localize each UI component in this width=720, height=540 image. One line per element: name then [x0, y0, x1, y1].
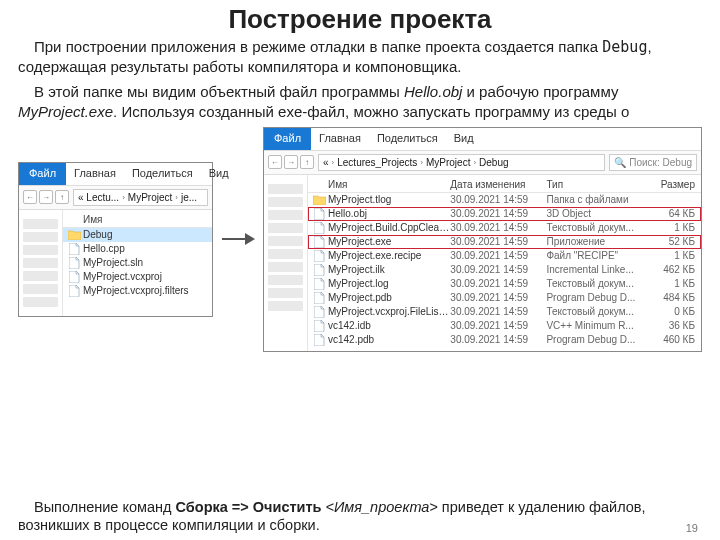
file-icon — [312, 264, 326, 276]
file-icon — [67, 257, 81, 269]
list-item[interactable]: MyProject.exe.recipe30.09.2021 14:59Файл… — [308, 249, 701, 263]
col-date-header[interactable]: Дата изменения — [450, 179, 546, 190]
file-icon — [312, 236, 326, 248]
slide-title: Построение проекта — [18, 4, 702, 35]
col-name-header[interactable]: Имя — [328, 179, 450, 190]
svg-marker-1 — [245, 233, 255, 245]
nav-back-button[interactable]: ← — [23, 190, 37, 204]
file-icon — [67, 243, 81, 255]
list-item[interactable]: vc142.pdb30.09.2021 14:59Program Debug D… — [308, 333, 701, 347]
ribbon-tab-view[interactable]: Вид — [446, 128, 482, 150]
breadcrumb-segment[interactable]: MyProject — [128, 192, 172, 203]
folder-icon — [67, 229, 81, 241]
list-item[interactable]: Hello.cpp — [63, 242, 212, 256]
file-icon — [312, 278, 326, 290]
list-item[interactable]: MyProject.Build.CppClean.log30.09.2021 1… — [308, 221, 701, 235]
list-item[interactable]: MyProject.sln — [63, 256, 212, 270]
ribbon-tab-view[interactable]: Вид — [201, 163, 237, 185]
paragraph-1: При построении приложения в режиме отлад… — [18, 37, 702, 76]
file-icon — [312, 320, 326, 332]
list-item[interactable]: MyProject.tlog30.09.2021 14:59Папка с фа… — [308, 193, 701, 207]
ribbon-tab-home[interactable]: Главная — [311, 128, 369, 150]
breadcrumb-segment[interactable]: « Lectu... — [78, 192, 119, 203]
breadcrumb-segment[interactable]: Lectures_Projects — [337, 157, 417, 168]
search-icon: 🔍 — [614, 157, 626, 168]
file-icon — [312, 306, 326, 318]
ribbon-tab-share[interactable]: Поделиться — [369, 128, 446, 150]
breadcrumb-segment[interactable]: Debug — [479, 157, 508, 168]
file-icon — [67, 285, 81, 297]
list-item[interactable]: MyProject.vcxproj.FileListAbsolute.txt30… — [308, 305, 701, 319]
col-size-header[interactable]: Размер — [643, 179, 695, 190]
search-input[interactable]: 🔍 Поиск: Debug — [609, 154, 697, 171]
nav-back-button[interactable]: ← — [268, 155, 282, 169]
breadcrumb-segment[interactable]: MyProject — [426, 157, 470, 168]
list-item[interactable]: MyProject.log30.09.2021 14:59Текстовый д… — [308, 277, 701, 291]
nav-tree[interactable] — [19, 210, 63, 316]
list-item[interactable]: MyProject.vcxproj — [63, 270, 212, 284]
ribbon-file-tab[interactable]: Файл — [264, 128, 311, 150]
nav-fwd-button[interactable]: → — [39, 190, 53, 204]
folder-icon — [312, 194, 326, 206]
breadcrumb-segment[interactable]: « — [323, 157, 329, 168]
ribbon-file-tab[interactable]: Файл — [19, 163, 66, 185]
list-item[interactable]: MyProject.ilk30.09.2021 14:59Incremental… — [308, 263, 701, 277]
file-icon — [67, 271, 81, 283]
list-item[interactable]: MyProject.pdb30.09.2021 14:59Program Deb… — [308, 291, 701, 305]
list-item[interactable]: vc142.idb30.09.2021 14:59VC++ Minimum R.… — [308, 319, 701, 333]
explorer-window-project: Файл Главная Поделиться Вид ← → ↑ « Lect… — [18, 162, 213, 317]
ribbon-tab-share[interactable]: Поделиться — [124, 163, 201, 185]
list-item[interactable]: Debug — [63, 228, 212, 242]
file-icon — [312, 250, 326, 262]
breadcrumb[interactable]: « Lectu...›MyProject›je... — [73, 189, 208, 206]
nav-up-button[interactable]: ↑ — [55, 190, 69, 204]
file-icon — [312, 292, 326, 304]
bottom-paragraph: Выполнение команд Сборка => Очистить <Им… — [18, 498, 702, 534]
breadcrumb[interactable]: «›Lectures_Projects›MyProject›Debug — [318, 154, 605, 171]
file-icon — [312, 208, 326, 220]
file-icon — [312, 222, 326, 234]
page-number: 19 — [686, 522, 698, 534]
ribbon-tab-home[interactable]: Главная — [66, 163, 124, 185]
explorer-window-debug: Файл Главная Поделиться Вид ← → ↑ «›Lect… — [263, 127, 702, 352]
breadcrumb-segment[interactable]: je... — [181, 192, 197, 203]
nav-up-button[interactable]: ↑ — [300, 155, 314, 169]
list-item[interactable]: MyProject.vcxproj.filters — [63, 284, 212, 298]
nav-fwd-button[interactable]: → — [284, 155, 298, 169]
paragraph-2: В этой папке мы видим объектный файл про… — [18, 82, 702, 120]
arrow-icon — [221, 229, 255, 249]
nav-tree[interactable] — [264, 175, 308, 351]
col-name-header[interactable]: Имя — [83, 214, 206, 225]
file-icon — [312, 334, 326, 346]
list-item[interactable]: MyProject.exe30.09.2021 14:59Приложение5… — [308, 235, 701, 249]
list-item[interactable]: Hello.obj30.09.2021 14:593D Object64 КБ — [308, 207, 701, 221]
col-type-header[interactable]: Тип — [546, 179, 642, 190]
